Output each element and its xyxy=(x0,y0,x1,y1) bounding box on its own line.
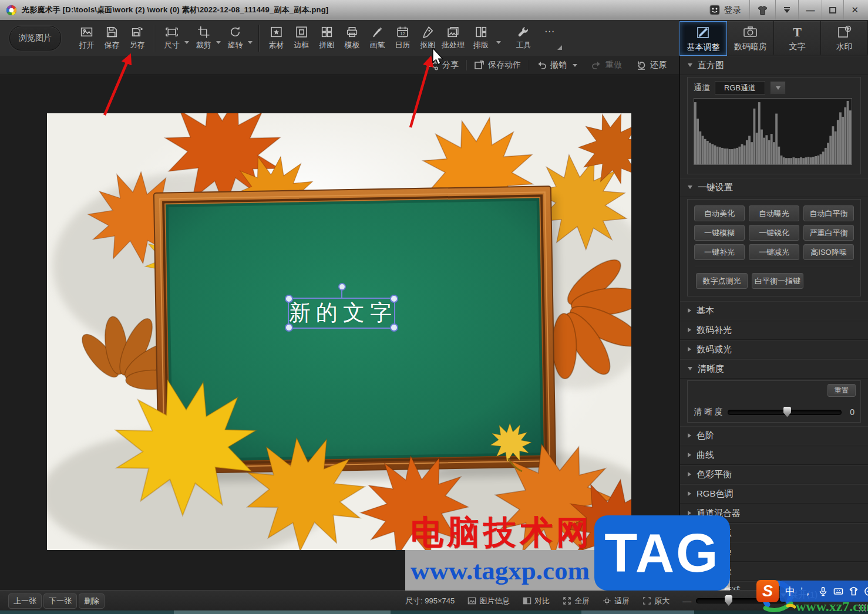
toolbar-save[interactable]: 保存 xyxy=(99,25,125,50)
minimize-button[interactable]: — xyxy=(798,0,822,20)
redo-button[interactable]: 重做 xyxy=(591,60,622,70)
crop-dropdown-icon[interactable] xyxy=(216,24,223,52)
text-object-selection[interactable]: 新的文字 xyxy=(288,298,395,329)
login-button[interactable]: 登录 xyxy=(701,0,749,20)
rotate-dropdown-icon[interactable] xyxy=(248,24,254,52)
compare-button[interactable]: 对比 xyxy=(523,596,550,606)
section-digital-dim-light[interactable]: 数码减光 xyxy=(680,340,868,359)
toolbar-calendar[interactable]: 12 日历 xyxy=(390,25,415,50)
resize-dropdown-icon[interactable] xyxy=(184,24,191,52)
auto-white-balance-button[interactable]: 自动白平衡 xyxy=(803,205,854,221)
section-curves[interactable]: 曲线 xyxy=(680,446,868,465)
ime-bar[interactable]: S 中 ’， xyxy=(756,580,868,602)
selection-handle-bottom-right[interactable] xyxy=(390,323,398,332)
section-digital-fill-light[interactable]: 数码补光 xyxy=(680,321,868,340)
layout-dropdown-icon[interactable] xyxy=(496,24,503,52)
zoom-out-button[interactable]: — xyxy=(682,596,691,606)
save-action-button[interactable]: 保存动作 xyxy=(474,60,521,70)
selection-handle-top-right[interactable] xyxy=(390,295,398,303)
toolbar-cutout[interactable]: 抠图 xyxy=(415,25,440,50)
share-button[interactable]: 分享 xyxy=(428,60,459,70)
selection-handle-top-left[interactable] xyxy=(285,295,293,303)
toolbar-open[interactable]: 打开 xyxy=(74,25,99,50)
digital-spot-metering-button[interactable]: 数字点测光 xyxy=(696,273,748,289)
resize-grip[interactable] xyxy=(858,603,866,612)
sogou-logo-icon[interactable]: S xyxy=(756,580,779,602)
close-button[interactable]: ✕ xyxy=(843,0,866,20)
one-key-dim-light-button[interactable]: 一键减光 xyxy=(749,244,799,260)
fullscreen-button[interactable]: 全屏 xyxy=(563,596,590,606)
image-info-button[interactable]: 图片信息 xyxy=(467,596,510,606)
tab-watermark[interactable]: 水印 xyxy=(821,21,868,55)
canvas-area[interactable]: 新的文字 xyxy=(0,75,679,590)
toolbar-crop[interactable]: 裁剪 xyxy=(191,25,216,50)
toolbar-border[interactable]: 边框 xyxy=(289,25,314,50)
photo-image[interactable]: 新的文字 xyxy=(47,113,631,550)
skin-button[interactable] xyxy=(749,0,775,20)
ime-punct-toggle[interactable]: ’， xyxy=(800,585,813,598)
zoom-slider-handle[interactable] xyxy=(725,595,732,606)
collapsed-triangle-icon xyxy=(688,569,691,573)
one-key-sharpen-button[interactable]: 一键锐化 xyxy=(749,225,799,241)
tab-darkroom[interactable]: 数码暗房 xyxy=(727,21,774,55)
section-channel-mixer[interactable]: 通道混合器 xyxy=(680,504,868,523)
ime-skin-icon[interactable] xyxy=(849,586,859,596)
selection-handle-bottom-left[interactable] xyxy=(285,323,293,332)
section-histogram[interactable]: 直方图 xyxy=(680,56,868,75)
toolbar-rotate[interactable]: 旋转 xyxy=(223,25,248,50)
toolbar-template[interactable]: 模板 xyxy=(339,25,365,50)
section-add-noise[interactable]: 添加噪点 xyxy=(680,523,868,542)
maximize-button[interactable] xyxy=(822,0,843,20)
restore-button[interactable]: 还原 xyxy=(636,60,667,70)
more-tools-button[interactable]: ⋯ xyxy=(543,25,563,51)
toolbar-resize[interactable]: 尺寸 xyxy=(159,25,184,50)
ime-toolbox-icon[interactable] xyxy=(864,586,868,596)
ime-lang-toggle[interactable]: 中 xyxy=(785,585,795,598)
tab-text[interactable]: T 文字 xyxy=(774,21,821,55)
toolbar-material[interactable]: 素材 xyxy=(264,25,289,50)
toolbar-save-as[interactable]: 另存 xyxy=(125,25,150,50)
toolbar-tools[interactable]: 工具 xyxy=(511,25,536,50)
section-levels[interactable]: 色阶 xyxy=(680,426,868,446)
white-balance-one-touch-button[interactable]: 白平衡一指键 xyxy=(752,273,803,289)
high-iso-denoise-button[interactable]: 高ISO降噪 xyxy=(803,244,854,260)
delete-image-button[interactable]: 删除 xyxy=(79,593,105,609)
one-key-fill-light-button[interactable]: 一键补光 xyxy=(694,244,745,260)
section-basic[interactable]: 基本 xyxy=(680,301,868,321)
ime-keyboard-icon[interactable] xyxy=(833,586,843,596)
previous-image-button[interactable]: 上一张 xyxy=(8,593,42,609)
section-rgb-tone[interactable]: RGB色调 xyxy=(680,484,868,504)
collapsed-triangle-icon xyxy=(688,549,691,554)
toolbar-batch[interactable]: 批处理 xyxy=(440,25,466,50)
auto-exposure-button[interactable]: 自动曝光 xyxy=(749,205,799,221)
toolbar-collage[interactable]: 拼图 xyxy=(314,25,339,50)
reset-button[interactable]: 重置 xyxy=(827,384,856,397)
clarity-slider-handle[interactable] xyxy=(783,407,791,417)
fit-screen-button[interactable]: 适屏 xyxy=(603,596,630,606)
main-toolbar: 浏览图片 打开 保存 另存 尺寸 裁剪 旋转 素材 边框 拼图 xyxy=(0,20,679,56)
channel-select-arrow[interactable] xyxy=(770,81,786,95)
canvas-text[interactable]: 新的文字 xyxy=(289,299,394,326)
channel-select[interactable]: RGB通道 xyxy=(715,81,765,95)
toolbar-brush[interactable]: 画笔 xyxy=(365,25,390,50)
ime-mic-icon[interactable] xyxy=(818,586,828,596)
section-clarity[interactable]: 清晰度 xyxy=(680,359,868,379)
section-night-denoise[interactable]: 夜景抑噪 xyxy=(680,542,868,562)
section-grain-denoise[interactable]: 颗粒降噪 xyxy=(680,562,868,581)
original-size-button[interactable]: 原大 xyxy=(642,596,669,606)
severe-white-balance-button[interactable]: 严重白平衡 xyxy=(803,225,854,241)
undo-button[interactable]: 撤销 xyxy=(536,60,577,70)
toolbar-layout[interactable]: 排版 xyxy=(466,25,496,50)
browse-images-button[interactable]: 浏览图片 xyxy=(9,26,61,50)
calendar-icon: 12 xyxy=(396,25,409,39)
one-key-blur-button[interactable]: 一键模糊 xyxy=(694,225,745,241)
undo-dropdown-icon[interactable] xyxy=(573,64,577,67)
next-image-button[interactable]: 下一张 xyxy=(43,593,77,609)
collapse-menu-button[interactable] xyxy=(775,0,798,20)
section-color-balance[interactable]: 色彩平衡 xyxy=(680,465,868,484)
section-one-key[interactable]: 一键设置 xyxy=(680,178,868,197)
tab-basic-adjust[interactable]: 基本调整 xyxy=(679,21,727,56)
clarity-slider[interactable] xyxy=(728,410,842,415)
auto-beautify-button[interactable]: 自动美化 xyxy=(694,205,745,221)
rotation-handle[interactable] xyxy=(338,283,346,291)
